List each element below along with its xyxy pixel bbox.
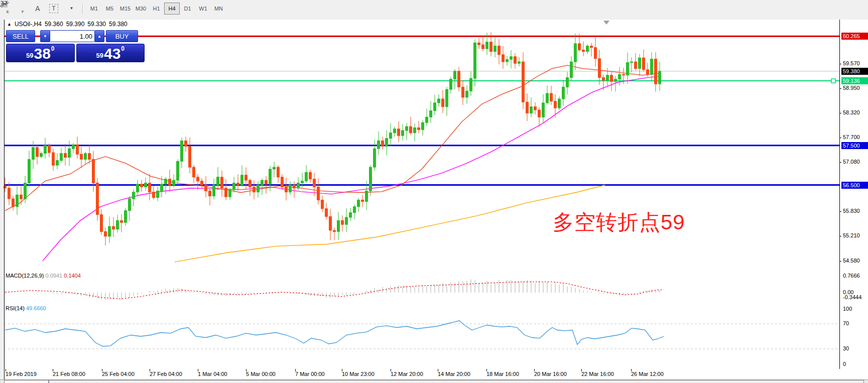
candle-body bbox=[149, 183, 151, 192]
candle-body bbox=[558, 99, 561, 108]
candle-body bbox=[265, 180, 268, 184]
candle-body bbox=[205, 185, 207, 191]
price-level-badge-57.500[interactable]: 57.500 bbox=[841, 142, 868, 149]
price-level-badge-59.136[interactable]: 59.136 bbox=[841, 77, 868, 84]
candle-body bbox=[458, 71, 460, 87]
chart-shift-marker-icon[interactable] bbox=[603, 21, 609, 25]
volume-input[interactable] bbox=[50, 30, 94, 42]
date-axis-label[interactable]: 26 Mar 12:00 bbox=[631, 371, 664, 377]
date-axis-label[interactable]: 19 Feb 2019 bbox=[6, 371, 37, 377]
symbol-title: USOil-,H4 bbox=[15, 21, 42, 28]
chart-annotation: 多空转折点59 bbox=[553, 211, 685, 234]
candle-body bbox=[165, 179, 167, 184]
candle-body bbox=[482, 45, 484, 49]
candle-body bbox=[189, 146, 191, 167]
candle-body bbox=[249, 180, 252, 187]
candle-body bbox=[209, 191, 211, 196]
date-axis-label[interactable]: 25 Feb 04:00 bbox=[102, 371, 135, 377]
price-axis-tick: 58.320 bbox=[843, 109, 860, 115]
date-axis-label[interactable]: 21 Feb 08:00 bbox=[53, 371, 85, 377]
candle-body bbox=[518, 62, 521, 63]
candle-body bbox=[229, 190, 231, 197]
candle-body bbox=[345, 217, 348, 224]
price-axis-tick: 55.210 bbox=[843, 232, 860, 238]
price-axis-tick-mark bbox=[839, 64, 841, 64]
candle-body bbox=[623, 74, 625, 75]
date-axis-label[interactable]: 22 Mar 16:00 bbox=[581, 371, 614, 377]
candle-body bbox=[353, 207, 356, 213]
volume-increase-button[interactable]: ▲ bbox=[94, 30, 104, 42]
date-axis-label[interactable]: 10 Mar 23:00 bbox=[342, 371, 375, 377]
candle-body bbox=[474, 43, 476, 78]
collapse-triangle-icon[interactable]: ▲ bbox=[7, 22, 12, 27]
volume-decrease-button[interactable]: ▼ bbox=[40, 30, 50, 42]
chart-left-border bbox=[4, 20, 5, 379]
candle-body bbox=[261, 180, 264, 185]
candle-body bbox=[297, 183, 300, 188]
sell-price-point: 0 bbox=[51, 45, 55, 52]
macd-axis-tick: 0.7666 bbox=[843, 273, 860, 279]
candle-body bbox=[534, 107, 537, 110]
date-axis-label[interactable]: 12 Mar 20:00 bbox=[391, 371, 423, 377]
price-level-badge-56.500[interactable]: 56.500 bbox=[841, 182, 868, 189]
price-axis-tick: 59.570 bbox=[843, 60, 860, 66]
candle-body bbox=[659, 71, 661, 84]
candle-body bbox=[542, 103, 545, 117]
candle-body bbox=[281, 177, 284, 187]
price-axis-tick: 57.080 bbox=[843, 159, 860, 165]
candle-body bbox=[253, 187, 256, 192]
candle-body bbox=[177, 161, 179, 180]
candle-body bbox=[80, 154, 83, 159]
candle-body bbox=[450, 79, 452, 90]
candle-body bbox=[201, 181, 203, 185]
candle-body bbox=[108, 226, 111, 236]
candle-body bbox=[554, 101, 557, 108]
rsi-line bbox=[5, 321, 664, 346]
candle-body bbox=[406, 126, 408, 131]
date-axis-label[interactable]: 18 Mar 16:00 bbox=[486, 371, 519, 377]
sell-price-display[interactable]: 59 38 0 bbox=[6, 44, 75, 62]
candle-body bbox=[153, 192, 155, 198]
date-axis-label[interactable]: 1 Mar 04:00 bbox=[198, 371, 227, 377]
candle-body bbox=[16, 195, 19, 207]
buy-price-display[interactable]: 59 43 0 bbox=[76, 44, 145, 62]
candle-body bbox=[506, 59, 509, 62]
price-axis-line[interactable] bbox=[839, 20, 840, 369]
candle-body bbox=[635, 62, 637, 68]
date-axis-label[interactable]: 27 Feb 04:00 bbox=[150, 371, 182, 377]
candle-body bbox=[84, 154, 87, 160]
rsi-value: 49.6660 bbox=[26, 305, 46, 311]
buy-price-major: 59 bbox=[96, 52, 103, 59]
rsi-axis-tick: 100 bbox=[843, 306, 852, 312]
candle-body bbox=[590, 46, 593, 48]
chart-tab-active[interactable] bbox=[4, 380, 49, 383]
candle-body bbox=[430, 111, 432, 117]
candle-body bbox=[410, 126, 412, 133]
date-axis-label[interactable]: 5 Mar 00:00 bbox=[246, 371, 276, 377]
price-axis-tick: 57.700 bbox=[843, 134, 860, 140]
candle-body bbox=[64, 154, 67, 158]
ma-fast-line bbox=[5, 65, 660, 211]
candle-body bbox=[337, 220, 340, 231]
date-axis-label[interactable]: 7 Mar 00:00 bbox=[295, 371, 325, 377]
sell-button[interactable]: SELL bbox=[6, 30, 35, 42]
candle-body bbox=[438, 99, 440, 103]
candle-body bbox=[502, 55, 505, 62]
date-axis-label[interactable]: 20 Mar 16:00 bbox=[534, 371, 567, 377]
date-axis-label[interactable]: 14 Mar 20:00 bbox=[438, 371, 470, 377]
candle-body bbox=[273, 167, 276, 169]
macd-main-value: 0.0941 bbox=[45, 273, 62, 279]
candle-body bbox=[538, 110, 541, 117]
chart-tab-area[interactable] bbox=[49, 380, 864, 383]
price-level-badge-59.380[interactable]: 59.380 bbox=[841, 68, 868, 75]
candle-body bbox=[301, 181, 304, 183]
macd-axis-tick: -0.3444 bbox=[843, 294, 861, 300]
price-level-badge-60.265[interactable]: 60.265 bbox=[841, 33, 868, 40]
candle-body bbox=[394, 129, 396, 133]
candle-body bbox=[141, 184, 143, 187]
ohlc-high: 59.390 bbox=[66, 21, 85, 28]
macd-name: MACD(12,26,9) bbox=[6, 273, 44, 279]
buy-button[interactable]: BUY bbox=[106, 30, 138, 42]
candle-body bbox=[116, 220, 119, 229]
candle-body bbox=[169, 179, 171, 185]
